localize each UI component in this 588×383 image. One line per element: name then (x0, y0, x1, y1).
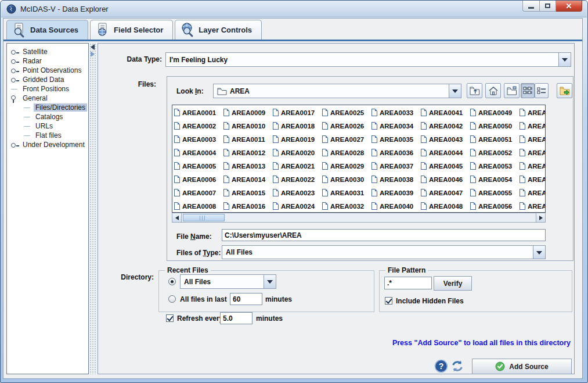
refresh-minutes-input[interactable] (220, 312, 252, 324)
file-item[interactable]: AREA0013 (223, 159, 273, 173)
tree-collapsed-icon[interactable] (10, 67, 19, 74)
file-item[interactable]: AREA0019 (273, 133, 322, 146)
file-item[interactable]: AREA0043 (421, 133, 470, 146)
tree-item-urls[interactable]: URLs (8, 121, 87, 131)
file-item[interactable]: AREA0060 (520, 146, 546, 159)
tree-item-gridded-data[interactable]: Gridded Data (8, 75, 87, 84)
file-name-input[interactable] (222, 229, 546, 241)
file-item[interactable]: AREA0028 (322, 146, 371, 159)
new-folder-button[interactable] (504, 83, 520, 98)
chevron-down-icon[interactable] (533, 246, 545, 259)
tree-collapsed-icon[interactable] (10, 76, 19, 84)
details-view-button[interactable] (535, 83, 549, 98)
tree-item-catalogs[interactable]: Catalogs (8, 112, 87, 121)
split-collapse-left-icon[interactable] (91, 44, 95, 50)
files-of-type-combobox[interactable]: All Files (222, 245, 546, 259)
minimize-button[interactable] (522, 1, 540, 12)
file-item[interactable]: AREA0032 (322, 199, 371, 213)
file-list-horizontal-scrollbar[interactable] (172, 213, 546, 223)
verify-button[interactable]: Verify (434, 276, 472, 291)
data-type-combobox[interactable]: I'm Feeling Lucky (165, 52, 571, 67)
chevron-down-icon[interactable] (558, 53, 571, 66)
all-files-radio[interactable] (168, 278, 176, 285)
file-item[interactable]: AREA0001 (174, 106, 223, 119)
file-item[interactable]: AREA0022 (273, 173, 322, 186)
reload-button[interactable] (450, 359, 464, 373)
file-item[interactable]: AREA0044 (421, 146, 470, 159)
split-collapse-right-icon[interactable] (91, 51, 95, 57)
recent-files-combobox[interactable]: All Files (180, 274, 276, 289)
file-item[interactable]: AREA0042 (421, 119, 470, 133)
file-item[interactable]: AREA0051 (470, 133, 520, 146)
file-item[interactable]: AREA0010 (223, 119, 273, 133)
file-item[interactable]: AREA0053 (470, 159, 520, 173)
tree-item-front-positions[interactable]: Front Positions (8, 84, 87, 94)
tab-data-sources[interactable]: Data Sources (6, 20, 88, 40)
tab-layer-controls[interactable]: Layer Controls (175, 20, 262, 40)
file-item[interactable]: AREA0047 (421, 186, 470, 199)
tree-item-satellite[interactable]: Satellite (8, 47, 87, 56)
file-item[interactable]: AREA0056 (470, 199, 520, 213)
file-item[interactable]: AREA0038 (371, 173, 421, 186)
file-item[interactable]: AREA0026 (322, 119, 371, 133)
file-item[interactable]: AREA0048 (421, 199, 470, 213)
file-item[interactable]: AREA0058 (520, 119, 546, 133)
file-item[interactable]: AREA0034 (371, 119, 421, 133)
refresh-every-checkbox[interactable] (166, 314, 174, 322)
file-item[interactable]: AREA0027 (322, 133, 371, 146)
scrollbar-thumb[interactable] (183, 214, 225, 221)
file-item[interactable]: AREA0064 (520, 199, 546, 213)
close-button[interactable]: ✕ (556, 1, 582, 12)
default-directory-button[interactable] (557, 83, 572, 98)
file-item[interactable]: AREA0031 (322, 186, 371, 199)
file-item[interactable]: AREA0003 (174, 133, 223, 146)
tree-item-under-development[interactable]: Under Development (8, 140, 87, 149)
file-item[interactable]: AREA0023 (273, 186, 322, 199)
file-item[interactable]: AREA0055 (470, 186, 520, 199)
file-item[interactable]: AREA0012 (223, 146, 273, 159)
file-item[interactable]: AREA0030 (322, 173, 371, 186)
file-item[interactable]: AREA0005 (174, 159, 223, 173)
file-item[interactable]: AREA0063 (520, 186, 546, 199)
file-item[interactable]: AREA0062 (520, 173, 546, 186)
tree-collapsed-icon[interactable] (10, 141, 19, 149)
file-item[interactable]: AREA0017 (273, 106, 322, 119)
file-item[interactable]: AREA0037 (371, 159, 421, 173)
file-item[interactable]: AREA0057 (520, 106, 546, 119)
tree-item-flat-files[interactable]: Flat files (8, 131, 87, 140)
look-in-combobox[interactable]: AREA (213, 84, 461, 98)
file-item[interactable]: AREA0036 (371, 146, 421, 159)
files-in-last-radio[interactable] (168, 295, 176, 303)
file-item[interactable]: AREA0046 (421, 173, 470, 186)
file-item[interactable]: AREA0029 (322, 159, 371, 173)
maximize-button[interactable] (540, 1, 556, 12)
chevron-down-icon[interactable] (449, 84, 461, 98)
file-item[interactable]: AREA0015 (223, 186, 273, 199)
grid-view-button[interactable] (521, 83, 535, 98)
tree-expanded-icon[interactable] (10, 95, 19, 102)
tree-item-radar[interactable]: Radar (8, 56, 87, 66)
file-item[interactable]: AREA0024 (273, 199, 322, 213)
file-pattern-input[interactable] (384, 277, 432, 289)
tree-collapsed-icon[interactable] (10, 48, 19, 56)
file-item[interactable]: AREA0018 (273, 119, 322, 133)
file-item[interactable]: AREA0021 (273, 159, 322, 173)
tree-item-general[interactable]: General (8, 94, 87, 103)
file-item[interactable]: AREA0007 (174, 186, 223, 199)
file-item[interactable]: AREA0033 (371, 106, 421, 119)
file-item[interactable]: AREA0014 (223, 173, 273, 186)
file-item[interactable]: AREA0025 (322, 106, 371, 119)
file-item[interactable]: AREA0009 (223, 106, 273, 119)
home-button[interactable] (485, 83, 501, 98)
file-item[interactable]: AREA0040 (371, 199, 421, 213)
tree-collapsed-icon[interactable] (10, 58, 19, 65)
file-item[interactable]: AREA0004 (174, 146, 223, 159)
tree-item-files-directories[interactable]: Files/Directories (8, 103, 87, 112)
file-item[interactable]: AREA0049 (470, 106, 520, 119)
file-item[interactable]: AREA0035 (371, 133, 421, 146)
file-item[interactable]: AREA0061 (520, 159, 546, 173)
file-item[interactable]: AREA0052 (470, 146, 520, 159)
file-item[interactable]: AREA0020 (273, 146, 322, 159)
file-item[interactable]: AREA0041 (421, 106, 470, 119)
file-item[interactable]: AREA0045 (421, 159, 470, 173)
